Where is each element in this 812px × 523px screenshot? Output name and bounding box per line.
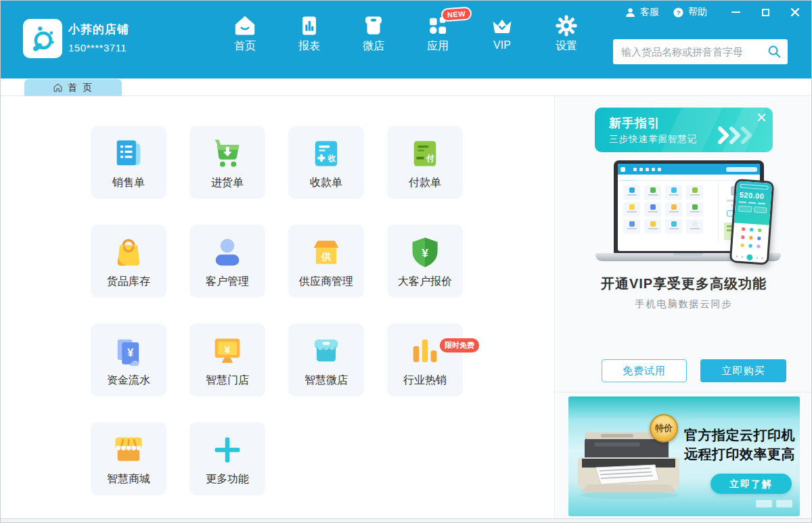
nav-label: 应用 (427, 39, 449, 53)
nav-item-vip[interactable]: VIP (480, 14, 524, 53)
window-bottom-edge (1, 518, 812, 523)
nav-item-apps[interactable]: 应用 NEW (416, 14, 459, 53)
nav-item-settings[interactable]: 设置 (545, 14, 588, 53)
help-button[interactable]: ? 帮助 (673, 6, 707, 18)
suppliers-house-icon: 供 (309, 235, 344, 270)
tile-suppliers[interactable]: 供 供应商管理 (288, 225, 364, 298)
guide-title: 新手指引 (609, 115, 660, 131)
tile-smart-weidian[interactable]: 智慧微店 (288, 323, 364, 396)
newbie-guide-banner[interactable]: 新手指引 三步快速掌握智慧记 (595, 108, 773, 152)
tile-smart-mall[interactable]: 智慧商城 (91, 422, 166, 495)
tile-label: 更多功能 (206, 472, 249, 486)
svg-text:收: 收 (328, 154, 336, 163)
svg-text:¥: ¥ (127, 346, 133, 359)
svg-text:供: 供 (321, 251, 331, 262)
svg-text:¥: ¥ (422, 246, 428, 260)
header-bar: 小荞的店铺 150****3711 首页 报表 (1, 1, 812, 78)
phone-amount: 520.00 (739, 191, 768, 201)
close-icon (790, 7, 800, 17)
snail-bulb-logo-icon (28, 24, 58, 53)
ad-headline-1: 官方指定云打印机 (684, 426, 795, 445)
smart-store-monitor-icon: ¥ (210, 334, 245, 369)
special-price-medal: 特价 (650, 414, 678, 442)
tab-home-label: 首 页 (68, 82, 93, 94)
help-icon: ? (673, 7, 684, 18)
tile-label: 客户管理 (206, 275, 249, 289)
tile-more-features[interactable]: 更多功能 (189, 422, 265, 495)
nav-item-home[interactable]: 首页 (223, 14, 267, 53)
payment-order-icon: 付 (407, 136, 443, 171)
tab-home[interactable]: 首 页 (24, 79, 122, 96)
close-button[interactable] (790, 7, 800, 18)
guide-subtitle: 三步快速掌握智慧记 (609, 133, 698, 145)
learn-more-button[interactable]: 立即了解 (710, 474, 792, 494)
triple-chevron-icon (717, 127, 754, 144)
vip-promo-subtitle: 手机电脑数据云同步 (555, 298, 812, 311)
cash-flow-icon: ¥ (111, 334, 146, 369)
tile-label: 收款单 (310, 176, 342, 190)
shop-logo[interactable] (23, 19, 62, 58)
ad-pager-dot[interactable] (776, 500, 792, 507)
storefront-icon (362, 14, 385, 37)
tile-key-account-quote[interactable]: ¥ 大客户报价 (387, 225, 463, 298)
maximize-button[interactable] (760, 7, 771, 18)
tile-customers[interactable]: 客户管理 (189, 225, 265, 298)
tile-sales-order[interactable]: 销售单 (91, 126, 166, 199)
tile-label: 供应商管理 (299, 275, 353, 289)
feature-grid: 销售单 进货单 收 收款单 (91, 126, 470, 495)
smart-weidian-icon (309, 334, 344, 369)
ad-headline-2: 远程打印效率更高 (684, 445, 795, 463)
nav-label: 首页 (234, 39, 256, 53)
phone-preview: 520.00 (729, 179, 775, 265)
minimize-button[interactable] (730, 7, 741, 18)
tile-label: 销售单 (112, 176, 145, 190)
vip-promo-title: 开通VIP享受更多高级功能 (555, 275, 812, 293)
new-badge: NEW (441, 6, 472, 22)
tile-payment-order[interactable]: 付 付款单 (387, 126, 463, 199)
tab-home-icon (53, 83, 63, 93)
shop-name: 小荞的店铺 (68, 22, 129, 37)
home-icon (233, 14, 256, 37)
right-panel: 新手指引 三步快速掌握智慧记 (554, 96, 812, 518)
buy-now-button[interactable]: 立即购买 (700, 359, 786, 382)
tile-label: 进货单 (211, 176, 244, 190)
customer-service-button[interactable]: 客服 (625, 6, 659, 18)
tile-receipt-order[interactable]: 收 收款单 (288, 126, 364, 199)
printer-ad-banner[interactable]: 特价 官方指定云打印机 远程打印效率更高 立即了解 (568, 396, 800, 516)
tile-cash-flow[interactable]: ¥ 资金流水 (91, 323, 166, 396)
tile-smart-store[interactable]: ¥ 智慧门店 (189, 323, 265, 396)
tile-label: 智慧微店 (304, 373, 348, 388)
customer-service-icon (625, 7, 636, 18)
nav-item-reports[interactable]: 报表 (288, 14, 331, 53)
help-label: 帮助 (688, 6, 707, 18)
svg-text:?: ? (676, 9, 680, 16)
free-trial-button[interactable]: 免费试用 (602, 359, 687, 382)
tile-label: 智慧门店 (206, 373, 249, 388)
search-input[interactable] (613, 39, 788, 64)
tile-inventory[interactable]: 货品库存 (91, 225, 166, 298)
nav-item-weidian[interactable]: 微店 (352, 14, 395, 53)
quote-shield-icon: ¥ (407, 235, 443, 270)
purchase-order-icon (210, 136, 245, 171)
limited-free-badge: 限时免费 (440, 338, 479, 353)
tile-label: 大客户报价 (398, 275, 452, 289)
main-nav: 首页 报表 微店 (223, 14, 588, 53)
smart-mall-icon (111, 432, 146, 468)
nav-label: 设置 (556, 39, 577, 53)
search-box (613, 39, 788, 64)
panel-divider (555, 392, 812, 392)
banner-close-icon[interactable] (757, 112, 766, 124)
ad-pager-dot[interactable] (756, 500, 772, 507)
inventory-bag-icon (111, 235, 146, 270)
receipt-order-icon: 收 (309, 136, 344, 171)
svg-text:付: 付 (426, 154, 434, 163)
nav-label: 报表 (298, 39, 320, 53)
search-icon[interactable] (767, 44, 782, 62)
tile-purchase-order[interactable]: 进货单 (189, 126, 265, 199)
topbar-actions: 客服 ? 帮助 (625, 3, 800, 21)
plus-icon (210, 432, 245, 468)
tile-label: 智慧商城 (107, 472, 150, 486)
tile-industry-hot[interactable]: 行业热销 限时免费 (387, 323, 463, 396)
customers-person-icon (210, 235, 245, 270)
vip-crown-icon (491, 14, 514, 37)
